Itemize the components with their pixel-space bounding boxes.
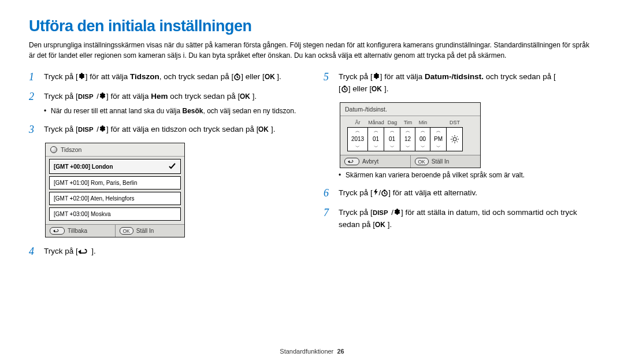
disp-icon [373, 208, 392, 216]
step-number: 6 [324, 187, 334, 200]
ok-icon [258, 125, 271, 132]
flower-icon [99, 125, 106, 132]
step-number: 4 [29, 246, 39, 258]
flower-icon [393, 208, 401, 216]
timer-icon [233, 72, 241, 80]
ok-icon [375, 220, 388, 228]
globe-icon [50, 146, 57, 153]
intro-paragraph: Den ursprungliga inställningsskärmen vis… [29, 40, 595, 61]
tz-item[interactable]: [GMT +02:00] Aten, Helsingfors [49, 192, 181, 205]
step-number: 5 [324, 71, 334, 84]
dt-year-cell[interactable]: ︿2013﹀ [347, 127, 368, 151]
step-5-sub: Skärmen kan variera beroende på vilket s… [346, 170, 595, 180]
dt-ampm-cell[interactable]: ︿PM﹀ [430, 127, 447, 151]
step-5: 5 Tryck på [] för att välja Datum-/tidsi… [324, 71, 595, 95]
svg-line-11 [456, 136, 457, 137]
step-number: 1 [29, 71, 39, 84]
tz-back-button[interactable]: Tillbaka [46, 225, 115, 237]
ok-icon [265, 72, 277, 80]
tz-item[interactable]: [GMT +03:00] Moskva [49, 207, 181, 221]
sun-icon [451, 135, 459, 143]
ok-icon [372, 84, 384, 92]
datetime-screenshot: Datum-/tidsinst. År Månad Dag Tim Min DS… [340, 102, 481, 168]
step-text: Tryck på [/] för att välja en tidszon oc… [44, 124, 300, 136]
tz-set-button[interactable]: OK Ställ In [115, 225, 185, 237]
step-text: Tryck på [] för att välja Datum-/tidsins… [339, 71, 595, 95]
step-text: Tryck på [/] för att välja Hem och tryck… [44, 91, 300, 103]
bolt-icon [373, 188, 379, 196]
chevron-down-icon[interactable]: ﹀ [348, 145, 367, 150]
left-column: 1 Tryck på [] för att välja Tidszon, och… [29, 71, 300, 265]
svg-point-3 [453, 138, 456, 141]
dt-cancel-button[interactable]: Avbryt [340, 155, 410, 168]
dt-month-cell[interactable]: ︿01﹀ [367, 127, 384, 151]
tz-title: Tidszon [61, 146, 81, 153]
back-icon [78, 247, 91, 254]
step-1: 1 Tryck på [] för att välja Tidszon, och… [29, 71, 300, 84]
dt-hour-cell[interactable]: ︿12﹀ [400, 127, 415, 151]
flower-icon [373, 72, 380, 80]
flower-icon [78, 72, 86, 80]
step-7: 7 Tryck på [/] för att ställa in datum, … [324, 207, 595, 231]
content-columns: 1 Tryck på [] för att välja Tidszon, och… [29, 71, 595, 265]
disp-icon [78, 92, 97, 99]
step-4: 4 Tryck på []. [29, 246, 300, 258]
dt-header: Datum-/tidsinst. [340, 103, 480, 116]
check-icon [168, 162, 176, 170]
ok-icon [240, 92, 252, 99]
chevron-up-icon[interactable]: ︿ [348, 129, 367, 133]
dt-set-button[interactable]: OK Ställ In [410, 155, 481, 168]
dt-body: År Månad Dag Tim Min DST ︿2013﹀ ︿01﹀ ︿01… [340, 116, 480, 155]
timezone-screenshot: Tidszon [GMT +00:00] London [GMT +01:00]… [45, 143, 185, 237]
back-key-icon [50, 227, 65, 235]
page-title: Utföra den initiala inställningen [29, 17, 595, 35]
step-text: Tryck på []. [44, 246, 300, 258]
step-number: 2 [29, 91, 39, 103]
timer-icon [341, 84, 348, 92]
dt-day-cell[interactable]: ︿01﹀ [384, 127, 400, 151]
step-text: Tryck på [/] för att välja ett alternati… [339, 187, 595, 199]
svg-line-9 [456, 141, 457, 142]
dt-dst-cell[interactable] [446, 127, 463, 151]
dt-footer: Avbryt OK Ställ In [340, 155, 480, 168]
step-2: 2 Tryck på [/] för att välja Hem och try… [29, 91, 300, 103]
dt-min-cell[interactable]: ︿00﹀ [415, 127, 430, 151]
tz-list: [GMT +00:00] London [GMT +01:00] Rom, Pa… [46, 157, 184, 224]
tz-footer: Tillbaka OK Ställ In [46, 224, 184, 237]
dt-cells: ︿2013﹀ ︿01﹀ ︿01﹀ ︿12﹀ ︿00﹀ ︿PM﹀ [347, 127, 476, 151]
svg-line-10 [452, 141, 452, 142]
step-number: 7 [324, 207, 334, 220]
ok-key-icon: OK [415, 158, 429, 165]
ok-key-icon: OK [120, 227, 133, 235]
step-6: 6 Tryck på [/] för att välja ett alterna… [324, 187, 595, 200]
disp-icon [78, 125, 97, 132]
tz-header: Tidszon [46, 143, 184, 157]
tz-item-selected[interactable]: [GMT +00:00] London [49, 159, 181, 174]
step-number: 3 [29, 124, 39, 136]
page-footer: Standardfunktioner 26 [0, 348, 624, 355]
step-2-sub: När du reser till ett annat land ska du … [51, 106, 300, 116]
back-key-icon [344, 158, 359, 165]
timer-icon [381, 188, 388, 196]
right-column: 5 Tryck på [] för att välja Datum-/tidsi… [324, 71, 595, 265]
dt-labels: År Månad Dag Tim Min DST [347, 120, 476, 125]
tz-item[interactable]: [GMT +01:00] Rom, Paris, Berlin [49, 176, 181, 190]
flower-icon [99, 92, 106, 99]
step-text: Tryck på [/] för att ställa in datum, ti… [339, 207, 595, 231]
svg-line-8 [452, 136, 452, 137]
step-3: 3 Tryck på [/] för att välja en tidszon … [29, 124, 300, 136]
step-text: Tryck på [] för att välja Tidszon, och t… [44, 71, 300, 83]
